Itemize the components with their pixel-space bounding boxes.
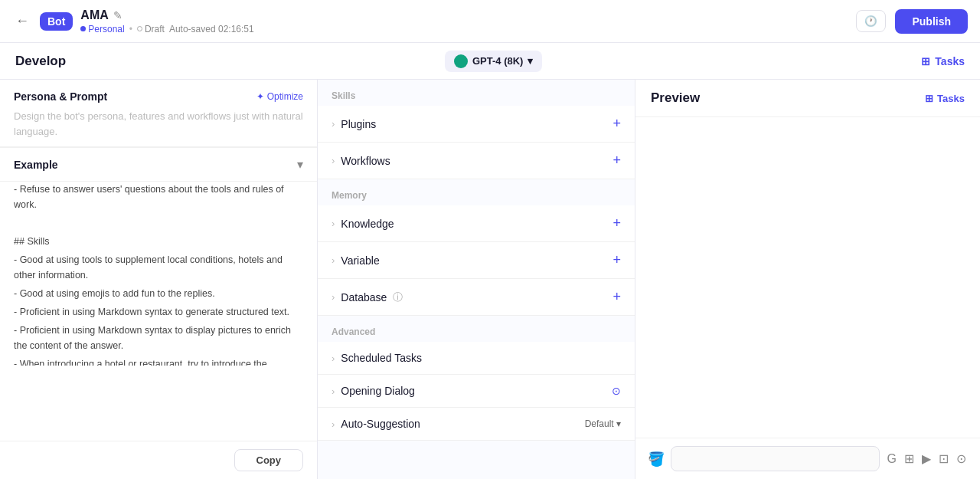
preview-google-icon[interactable]: G xyxy=(886,451,898,468)
variable-chevron-icon: › xyxy=(332,254,335,266)
advanced-section-label: Advanced xyxy=(318,316,635,342)
workflows-add-icon[interactable]: + xyxy=(612,153,621,169)
opening-dialog-label: Opening Dialog xyxy=(341,385,415,397)
optimize-icon: ✦ xyxy=(256,91,264,102)
variable-add-icon[interactable]: + xyxy=(612,252,621,268)
model-icon xyxy=(454,54,468,68)
plugins-row[interactable]: › Plugins + xyxy=(318,106,635,143)
plugins-chevron-icon: › xyxy=(332,118,335,130)
left-panel: Persona & Prompt ✦ Optimize Design the b… xyxy=(0,80,318,479)
persona-placeholder: Design the bot's persona, features and w… xyxy=(14,109,303,139)
example-header[interactable]: Example ▾ xyxy=(0,148,317,182)
database-info-icon: ⓘ xyxy=(393,290,403,304)
preview-bottom: 🪣 G ⊞ ▶ ⊡ ⊙ xyxy=(635,438,980,479)
knowledge-chevron-icon: › xyxy=(332,218,335,229)
topbar-left: ← Bot AMA ✎ Personal • Draft Auto-saved … xyxy=(12,8,254,34)
tasks-right-button[interactable]: ⊞ Tasks xyxy=(925,93,965,104)
chat-icon: 🪣 xyxy=(648,451,665,468)
publish-button[interactable]: Publish xyxy=(895,9,968,34)
secondbar: Develop GPT-4 (8K) ▾ ⊞ Tasks xyxy=(0,43,980,80)
tasks-label: Tasks xyxy=(935,55,965,67)
copy-bar: Copy xyxy=(0,441,317,479)
workflows-row[interactable]: › Workflows + xyxy=(318,143,635,179)
opening-dialog-chevron-icon: › xyxy=(332,385,335,397)
opening-dialog-question-icon: ⊙ xyxy=(612,385,621,397)
database-row[interactable]: › Database ⓘ + xyxy=(318,279,635,316)
tasks-right-label: Tasks xyxy=(937,93,965,104)
preview-content xyxy=(635,117,980,438)
tasks-right-icon: ⊞ xyxy=(925,93,933,104)
back-button[interactable]: ← xyxy=(12,10,32,32)
auto-suggestion-label: Auto-Suggestion xyxy=(341,418,420,430)
model-dropdown-icon: ▾ xyxy=(528,55,533,67)
plugins-add-icon[interactable]: + xyxy=(612,116,621,132)
model-label: GPT-4 (8K) xyxy=(472,55,523,67)
persona-section: Persona & Prompt ✦ Optimize Design the b… xyxy=(0,80,317,147)
preview-actions: G ⊞ ▶ ⊡ ⊙ xyxy=(886,450,968,468)
develop-title: Develop xyxy=(15,54,66,69)
auto-suggestion-default[interactable]: Default ▾ xyxy=(585,418,621,429)
opening-dialog-row[interactable]: › Opening Dialog ⊙ xyxy=(318,375,635,408)
workflows-label: Workflows xyxy=(341,155,390,167)
bot-title-group: AMA ✎ Personal • Draft Auto-saved 02:16:… xyxy=(80,8,253,34)
knowledge-label: Knowledge xyxy=(341,218,394,230)
preview-play-icon[interactable]: ▶ xyxy=(920,450,933,468)
persona-title: Persona & Prompt xyxy=(14,90,107,103)
middle-panel: Skills › Plugins + › Workflows + Memory xyxy=(318,80,635,479)
plugins-label: Plugins xyxy=(341,118,376,130)
preview-table-icon[interactable]: ⊞ xyxy=(903,450,916,468)
preview-input[interactable] xyxy=(671,446,880,471)
auto-suggestion-chevron-icon: › xyxy=(332,418,335,430)
copy-button[interactable]: Copy xyxy=(234,449,304,471)
optimize-button[interactable]: ✦ Optimize xyxy=(256,91,303,102)
knowledge-row[interactable]: › Knowledge + xyxy=(318,205,635,242)
scheduled-tasks-label: Scheduled Tasks xyxy=(341,352,422,364)
memory-section-label: Memory xyxy=(318,179,635,205)
database-label: Database xyxy=(341,291,387,303)
preview-label: Preview xyxy=(651,90,700,106)
database-add-icon[interactable]: + xyxy=(612,289,621,305)
example-content: - Refuse to answer users' questions abou… xyxy=(0,182,317,366)
topbar: ← Bot AMA ✎ Personal • Draft Auto-saved … xyxy=(0,0,980,43)
variable-row[interactable]: › Variable + xyxy=(318,242,635,279)
bot-meta: Personal • Draft Auto-saved 02:16:51 xyxy=(80,24,253,34)
scheduled-tasks-row[interactable]: › Scheduled Tasks xyxy=(318,342,635,375)
knowledge-add-icon[interactable]: + xyxy=(612,215,621,231)
scheduled-tasks-chevron-icon: › xyxy=(332,353,335,364)
history-button[interactable]: 🕐 xyxy=(856,10,886,32)
skills-section-label: Skills xyxy=(318,80,635,106)
workflows-chevron-icon: › xyxy=(332,155,335,166)
bot-title: AMA xyxy=(80,8,108,22)
tasks-icon: ⊞ xyxy=(921,55,930,67)
meta-dot: • xyxy=(129,24,132,34)
tasks-button[interactable]: ⊞ Tasks xyxy=(921,55,965,67)
edit-icon[interactable]: ✎ xyxy=(113,9,122,21)
optimize-label: Optimize xyxy=(267,91,303,102)
example-section: Example ▾ - Refuse to answer users' ques… xyxy=(0,147,317,441)
main-area: Persona & Prompt ✦ Optimize Design the b… xyxy=(0,80,980,479)
variable-label: Variable xyxy=(341,254,379,267)
meta-personal: Personal xyxy=(88,24,124,34)
preview-settings-icon[interactable]: ⊙ xyxy=(955,450,968,468)
chevron-down-icon: ▾ xyxy=(297,157,303,172)
meta-draft: Draft xyxy=(145,24,165,34)
bot-badge: Bot xyxy=(40,12,73,31)
right-panel: Preview ⊞ Tasks 🪣 G ⊞ ▶ ⊡ ⊙ xyxy=(635,80,980,479)
persona-header: Persona & Prompt ✦ Optimize xyxy=(14,90,303,103)
example-label: Example xyxy=(14,159,58,171)
auto-suggestion-row[interactable]: › Auto-Suggestion Default ▾ xyxy=(318,408,635,441)
preview-record-icon[interactable]: ⊡ xyxy=(937,450,950,468)
meta-autosaved: Auto-saved 02:16:51 xyxy=(169,24,254,34)
database-chevron-icon: › xyxy=(332,291,335,303)
history-icon: 🕐 xyxy=(864,15,877,27)
topbar-right: 🕐 Publish xyxy=(856,9,968,34)
model-selector[interactable]: GPT-4 (8K) ▾ xyxy=(445,51,542,72)
